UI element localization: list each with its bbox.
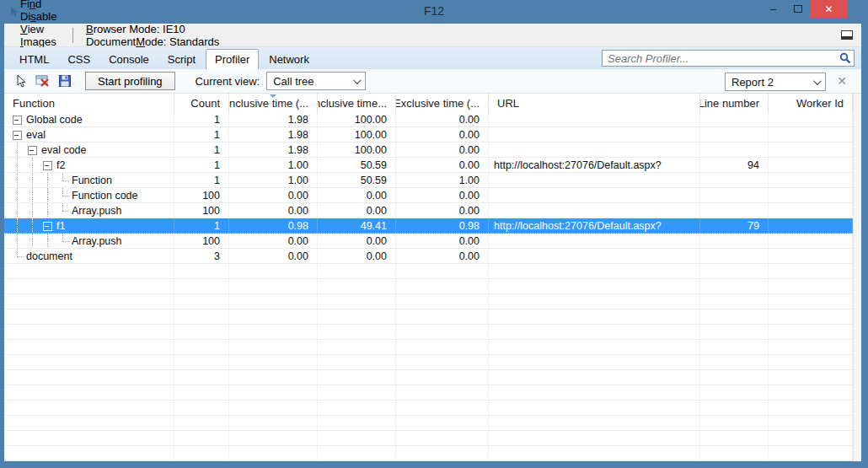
cell-line: [700, 188, 769, 202]
cell-inclusive_time: [229, 340, 318, 354]
cell-function: [4, 401, 174, 415]
menu-item-images[interactable]: Images: [13, 35, 67, 48]
table-row[interactable]: Function11.0050.591.00: [4, 173, 853, 188]
cell-value: 3: [214, 250, 220, 262]
column-header-count[interactable]: Count: [174, 94, 229, 112]
cell-inclusive_pct: [318, 279, 396, 293]
cell-value: 0.00: [288, 190, 308, 202]
vertical-scrollbar[interactable]: [853, 94, 861, 461]
start-profiling-button[interactable]: Start profiling: [85, 72, 175, 90]
cell-inclusive_time: [229, 446, 318, 460]
cell-exclusive_time: [396, 279, 489, 293]
column-label: Inclusive time...: [318, 97, 387, 110]
cell-worker: [769, 370, 853, 385]
cell-value: 100: [202, 235, 220, 247]
tree-collapse-icon[interactable]: [9, 127, 24, 142]
pin-button[interactable]: [839, 29, 855, 41]
cell-exclusive_time: [396, 264, 489, 278]
column-header-inclusive_pct[interactable]: Inclusive time...: [318, 94, 396, 112]
empty-table-row: [4, 446, 853, 461]
tab-css[interactable]: CSS: [59, 51, 99, 69]
f12-window: F12 – ✕ FileFindDisableViewImagesCacheTo…: [0, 0, 868, 468]
tab-network[interactable]: Network: [260, 51, 318, 69]
close-report-button[interactable]: ✕: [834, 73, 849, 89]
column-header-url[interactable]: URL: [489, 94, 700, 112]
table-row[interactable]: Global code11.98100.000.00: [4, 112, 853, 127]
tab-script[interactable]: Script: [159, 51, 204, 69]
tree-collapse-icon[interactable]: [40, 218, 55, 233]
cell-url: [489, 249, 700, 263]
cell-exclusive_time: [396, 325, 489, 339]
save-report-button[interactable]: [55, 72, 75, 90]
cell-worker: [769, 431, 853, 445]
cell-inclusive_pct: [318, 309, 396, 324]
search-input[interactable]: [603, 52, 837, 65]
table-row[interactable]: f211.0050.590.00http://localhost:27076/D…: [4, 158, 853, 173]
cell-inclusive_pct: 50.59: [318, 173, 396, 187]
table-row[interactable]: document30.000.000.00: [4, 249, 853, 264]
tree-collapse-icon[interactable]: [24, 143, 40, 157]
column-header-function[interactable]: Function: [4, 94, 174, 112]
table-row[interactable]: eval11.98100.000.00: [4, 127, 853, 143]
table-row[interactable]: Array.push1000.000.000.00: [4, 234, 853, 249]
cell-inclusive_pct: 0.00: [318, 188, 396, 202]
menu-item-find[interactable]: Find: [13, 0, 67, 10]
cell-url: [489, 370, 700, 385]
cell-count: 100: [174, 203, 229, 218]
select-element-button[interactable]: [11, 72, 31, 90]
table-row[interactable]: f110.9849.410.98http://localhost:27076/D…: [4, 218, 853, 234]
cell-exclusive_time: 0.00: [396, 234, 489, 248]
cell-line: [700, 355, 769, 369]
cell-count: [174, 401, 229, 415]
tree-collapse-icon[interactable]: [40, 158, 55, 172]
cell-url: [489, 173, 700, 187]
table-row[interactable]: eval code11.98100.000.00: [4, 143, 853, 158]
cell-value: 0.00: [288, 205, 308, 217]
table-row[interactable]: Function code1000.000.000.00: [4, 188, 853, 203]
cell-inclusive_time: [229, 309, 318, 324]
cursor-arrow-icon: [14, 74, 28, 88]
table-row[interactable]: Array.push1000.000.000.00: [4, 203, 853, 218]
close-button[interactable]: ✕: [810, 0, 848, 18]
cell-line: [700, 234, 769, 248]
cell-value: 50.59: [361, 175, 387, 186]
tree-collapse-icon[interactable]: [9, 112, 24, 126]
column-header-line[interactable]: Line number: [700, 94, 769, 112]
cell-function: Array.push: [4, 234, 174, 248]
search-icon[interactable]: [837, 51, 854, 66]
column-header-worker[interactable]: Worker Id: [769, 94, 853, 112]
minimize-button[interactable]: –: [761, 0, 785, 17]
function-name: Array.push: [72, 235, 122, 247]
cell-exclusive_time: [396, 416, 489, 430]
cell-inclusive_time: 1.00: [229, 173, 318, 187]
cell-inclusive_pct: 50.59: [318, 158, 396, 172]
tab-profiler[interactable]: Profiler: [206, 49, 259, 69]
view-select[interactable]: Call tree: [266, 72, 366, 90]
tree-leaf-connector: [55, 188, 70, 202]
menu-item-document[interactable]: Document Mode: Standards: [78, 35, 227, 48]
cell-count: 100: [174, 188, 229, 202]
cell-function: [4, 264, 174, 278]
cell-line: [700, 309, 769, 324]
cell-inclusive_pct: [318, 370, 396, 385]
chevron-down-icon: [813, 77, 822, 85]
column-header-inclusive_time[interactable]: Inclusive time (...: [229, 94, 318, 112]
cell-worker: [769, 340, 853, 354]
column-header-exclusive_time[interactable]: Exclusive time (...: [396, 94, 489, 112]
cell-function: Array.push: [4, 203, 174, 218]
maximize-button[interactable]: [785, 0, 810, 17]
cell-inclusive_pct: 0.00: [318, 249, 396, 263]
tab-console[interactable]: Console: [100, 51, 158, 69]
maximize-icon: [794, 5, 802, 13]
menu-item-disable[interactable]: Disable: [13, 10, 67, 23]
clear-report-button[interactable]: [33, 72, 53, 90]
cell-value: 0.00: [367, 235, 387, 247]
tab-html[interactable]: HTML: [11, 51, 57, 69]
menu-item-view[interactable]: View: [13, 23, 67, 35]
menu-item-browser[interactable]: Browser Mode: IE10: [78, 23, 227, 35]
report-select[interactable]: Report 2: [725, 73, 826, 91]
cell-inclusive_time: 0.00: [229, 234, 318, 248]
cell-exclusive_time: 0.00: [396, 143, 489, 157]
cell-value: 1: [214, 144, 220, 156]
cell-exclusive_time: [396, 355, 489, 369]
